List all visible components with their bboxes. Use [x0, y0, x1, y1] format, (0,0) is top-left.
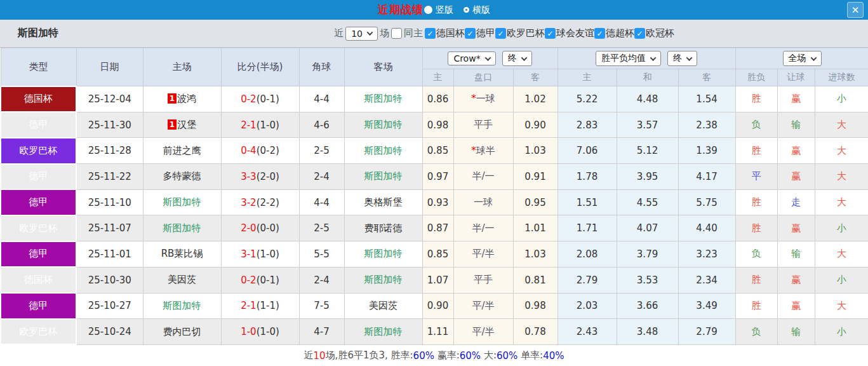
league-checkbox[interactable]: ✓	[425, 28, 436, 39]
date-cell: 25-11-07	[76, 215, 143, 241]
score-cell: 0-2(0-1)	[221, 267, 299, 293]
panel-title: 近期战绩	[378, 3, 424, 17]
full-match-value: 全场	[789, 53, 806, 64]
result-wdl: 胜	[735, 215, 777, 241]
corner-cell: 4-4	[299, 86, 344, 112]
table-row: 欧罗巴杯 25-11-07 斯图加特 2-0(0-0) 2-5 费耶诺德 0.8…	[1, 215, 868, 241]
date-cell: 25-11-30	[76, 112, 143, 138]
summary-segment: 大:	[481, 349, 497, 362]
summary-segment: 40%	[543, 350, 564, 362]
table-row: 欧罗巴杯 25-10-24 费内巴切 1-0(1-0) 4-7 斯图加特 1.1…	[1, 319, 868, 345]
score-cell: 0-4(0-2)	[221, 138, 299, 164]
league-filter-item[interactable]: ✓ 德国杯	[425, 27, 465, 39]
ah-home-odds: 0.97	[422, 164, 453, 190]
handicap-line: 平手	[474, 274, 493, 285]
home-team-cell: 斯图加特	[143, 215, 221, 241]
avg-away: 4.17	[678, 164, 735, 190]
league-filter-item[interactable]: ✓ 德甲	[465, 27, 495, 39]
score-halftime: (2-2)	[257, 197, 279, 208]
score-halftime: (1-0)	[257, 119, 279, 131]
summary-segment: 单率:	[517, 349, 543, 362]
result-wdl: 胜	[735, 86, 777, 112]
league-checkbox[interactable]: ✓	[594, 28, 605, 39]
away-team-name: 斯图加特	[364, 326, 403, 337]
avg-draw: 4.48	[617, 86, 678, 112]
avg-home: 2.83	[558, 112, 617, 138]
league-checkbox[interactable]: ✓	[545, 28, 556, 39]
table-row: 德国杯 25-12-04 1波鸿 0-2(0-1) 4-4 斯图加特 0.86 …	[1, 86, 868, 112]
summary-segment: 近	[304, 349, 314, 362]
away-team-name: 斯图加特	[364, 248, 403, 259]
corner-cell: 2-5	[299, 215, 344, 241]
score-cell: 2-0(0-0)	[221, 215, 299, 241]
same-home-checkbox[interactable]	[391, 28, 402, 39]
avg-draw: 3.57	[617, 112, 678, 138]
filter-controls: 近 10 场 同主 ✓ 德国杯 ✓ 德甲 ✓ 欧罗巴杯 ✓ 球会友谊 ✓ 德超杯…	[334, 27, 674, 41]
away-team-cell: 斯图加特	[344, 319, 422, 345]
avg-draw: 4.07	[617, 215, 678, 241]
date-cell: 25-10-27	[76, 293, 143, 319]
home-team-cell: 斯图加特	[143, 189, 221, 215]
home-team-cell: 斯图加特	[143, 293, 221, 319]
full-match-select[interactable]: 全场	[783, 51, 822, 66]
away-team-cell: 斯图加特	[344, 112, 422, 138]
score-halftime: (2-0)	[257, 171, 279, 182]
avg-away: 1.39	[678, 138, 735, 164]
avg-draw: 5.12	[617, 138, 678, 164]
league-type-cell: 德国杯	[1, 267, 76, 293]
handicap-line-cell: 平手	[453, 112, 513, 138]
summary-segment: 60%	[497, 350, 517, 362]
odds-company-select[interactable]: Crow*	[448, 51, 495, 65]
subheader-ah-away: 客	[513, 69, 558, 86]
league-filter-item[interactable]: ✓ 欧罗巴杯	[495, 27, 545, 39]
score-fulltime: 0-2	[241, 93, 257, 105]
table-row: 欧罗巴杯 25-11-28 前进之鹰 0-4(0-2) 2-5 斯图加特 0.8…	[1, 138, 868, 164]
score-fulltime: 2-0	[241, 222, 257, 234]
ah-away-odds: 1.03	[513, 138, 558, 164]
avg-final-select[interactable]: 终	[667, 51, 697, 66]
handicap-line: 球半	[476, 145, 495, 156]
date-cell: 25-11-01	[76, 241, 143, 268]
league-checkbox[interactable]: ✓	[465, 28, 476, 39]
table-row: 德甲 25-11-10 斯图加特 3-2(2-2) 4-4 奥格斯堡 0.93 …	[1, 189, 868, 215]
league-type-cell: 德国杯	[1, 86, 76, 112]
result-goals: 小	[815, 267, 868, 293]
result-wdl: 负	[735, 112, 777, 138]
ah-away-odds: 0.78	[513, 319, 558, 345]
summary-segment: 胜率:	[391, 349, 413, 362]
home-team-name: 斯图加特	[163, 300, 201, 311]
league-checkbox[interactable]: ✓	[634, 28, 645, 39]
radio-horizontal-label[interactable]: 横版	[472, 4, 490, 16]
radio-horizontal-icon[interactable]	[464, 7, 469, 13]
ah-away-odds: 0.91	[513, 164, 558, 190]
same-home-label[interactable]: 同主	[404, 27, 423, 39]
league-checkbox[interactable]: ✓	[495, 28, 506, 39]
radio-vertical-label[interactable]: 竖版	[436, 4, 453, 16]
home-team-cell: 前进之鹰	[143, 138, 221, 164]
corner-cell: 7-5	[299, 293, 344, 319]
radio-vertical-icon[interactable]	[424, 6, 432, 14]
result-handicap: 输	[777, 241, 815, 268]
result-goals: 大	[815, 164, 868, 190]
result-handicap: 赢	[777, 267, 815, 293]
home-team-name: 波鸿	[177, 93, 196, 104]
close-icon[interactable]: ✕	[847, 2, 864, 18]
avg-type-select[interactable]: 胜平负均值	[596, 51, 661, 66]
handicap-line-cell: *一球	[453, 86, 513, 112]
ah-home-odds: 1.07	[422, 267, 453, 293]
table-row: 德国杯 25-10-30 美因茨 0-2(0-1) 2-4 斯图加特 1.07 …	[1, 267, 868, 293]
corner-cell: 4-4	[299, 189, 344, 215]
avg-home: 7.06	[558, 138, 617, 164]
league-filter-item[interactable]: ✓ 欧冠杯	[634, 27, 674, 39]
subheader-result-wdl: 胜负	[735, 69, 777, 86]
away-team-name: 奥格斯堡	[364, 196, 403, 208]
ah-away-odds: 0.95	[513, 189, 558, 215]
league-filter-item[interactable]: ✓ 球会友谊	[545, 27, 594, 39]
recent-count-select[interactable]: 10	[345, 27, 378, 41]
odds-final-select[interactable]: 终	[502, 51, 532, 66]
result-handicap: 赢	[777, 138, 815, 164]
league-filter-item[interactable]: ✓ 德超杯	[594, 27, 634, 39]
league-label: 欧罗巴杯	[507, 27, 545, 39]
ah-home-odds: 0.87	[422, 215, 453, 241]
league-label: 欧冠杯	[646, 27, 674, 39]
